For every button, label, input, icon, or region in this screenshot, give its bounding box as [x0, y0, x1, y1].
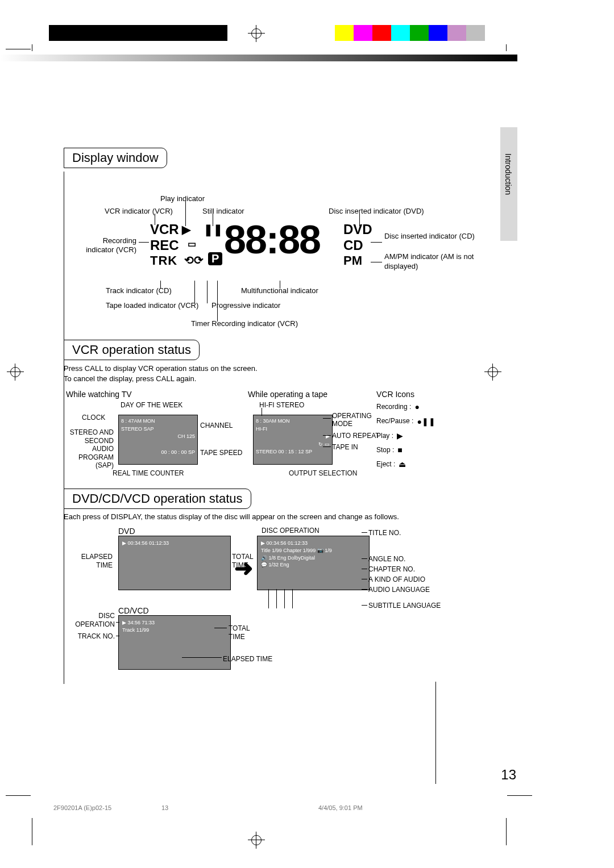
osd-tape-l3: ▶: [256, 433, 330, 441]
footer-docid: 2F90201A (E)p02-15: [53, 804, 111, 811]
label-subtitle-lang: SUBTITLE LANGUAGE: [368, 602, 441, 610]
footer-page: 13: [161, 804, 168, 811]
crop-tick: [506, 44, 507, 51]
label-tape-in: TAPE IN: [332, 443, 358, 451]
display-core: VCR ▶ ❚❚ REC ▭ TRK ⟲⟳ P 88:88 DVD CD PM: [201, 223, 429, 274]
col-title-operating-tape: While operating a tape: [248, 390, 327, 399]
rec-pause-icon: ●❚❚: [417, 415, 435, 429]
disp-p: P: [208, 252, 222, 265]
color-swatch: [391, 25, 410, 41]
vcr-icons-list: Recording :● Rec/Pause :●❚❚ Play :▶ Stop…: [376, 400, 435, 471]
disp-trk: TRK: [150, 253, 177, 268]
label-hifi: HI-FI STEREO: [259, 401, 304, 409]
tape-icon: ⟲⟳: [184, 253, 204, 267]
osd-dvd2-l4: 💬 1/32 Eng: [261, 561, 366, 569]
osd-tape-l2: HI-FI: [256, 425, 330, 433]
section-title-dvd: DVD/CD/VCD operation status: [64, 489, 251, 509]
crop-tick: [507, 795, 532, 796]
label-elapsed-time: ELAPSED TIME: [73, 553, 113, 569]
color-swatch: [410, 25, 429, 41]
disp-digits: 88:88: [224, 217, 320, 262]
label-angle-no: ANGLE NO.: [368, 555, 405, 563]
osd-dvd-1: ▶ 00:34:56 01:12:33: [118, 536, 231, 590]
osd-dvd2-l2: Title 1/99 Chapter 1/999 📷 1/9: [261, 547, 366, 554]
osd-dvd-2: ▶ 00:34:56 01:12:33 Title 1/99 Chapter 1…: [257, 536, 370, 590]
pause-icon: ❚❚: [204, 223, 223, 236]
page-number: 13: [501, 767, 516, 783]
play-icon: ▶: [397, 429, 403, 443]
icon-label-eject: Eject :: [376, 458, 395, 471]
disp-vcr: VCR: [150, 222, 179, 237]
osd-dvd2-l1: ▶ 00:34:56 01:12:33: [261, 540, 366, 547]
record-icon: ●: [414, 400, 419, 414]
section-title-display: Display window: [64, 148, 167, 168]
crop-tick: [506, 818, 507, 845]
label-kind-audio: A KIND OF AUDIO: [368, 575, 425, 583]
label-disc-operation: DISC OPERATION: [262, 527, 320, 535]
registration-mark-top: [248, 25, 265, 42]
osd-tape-l4a: ↻ ▭: [256, 441, 330, 449]
osd-tape-l1: 8 : 30AM MON: [256, 418, 330, 425]
color-swatch: [316, 25, 335, 41]
label-timer-rec: Timer Recording indicator (VCR): [191, 319, 298, 328]
label-channel: CHANNEL: [200, 422, 233, 429]
label-audio-lang: AUDIO LANGUAGE: [368, 586, 430, 594]
disp-rec: REC: [150, 237, 179, 253]
label-elapsed-time-2: ELAPSED TIME: [223, 655, 272, 663]
cassette-icon: ▭: [188, 239, 196, 249]
section-title-vcr: VCR operation status: [64, 340, 200, 360]
label-cdvcd: CD/VCD: [118, 606, 149, 615]
label-vcr-indicator: VCR indicator (VCR): [105, 207, 173, 215]
right-rule: [435, 682, 436, 784]
vcr-diagram: While watching TV While operating a tape…: [64, 390, 499, 481]
color-swatch: [335, 25, 354, 41]
label-tape-loaded: Tape loaded indicator (VCR): [106, 301, 198, 310]
icon-label-play: Play :: [376, 430, 393, 443]
stop-icon: ■: [397, 443, 402, 457]
label-auto-repeat: AUTO REPEAT: [332, 432, 380, 440]
dvd-desc: Each press of DISPLAY, the status displa…: [64, 512, 499, 521]
col-title-vcr-icons: VCR Icons: [376, 390, 414, 399]
dvd-diagram: DVD ELAPSED TIME TOTAL TIME ▶ 00:34:56 0…: [64, 527, 499, 725]
label-disc-dvd: Disc inserted indicator (DVD): [329, 207, 424, 215]
vcr-desc-2: To cancel the display, press CALL again.: [64, 374, 196, 383]
osd-tv-l3: CH 125: [121, 433, 195, 441]
crop-tick: [6, 49, 31, 49]
label-rtcounter: REAL TIME COUNTER: [113, 469, 184, 477]
osd-tape: 8 : 30AM MON HI-FI ▶ ↻ ▭ STEREO 00 : 15 …: [253, 415, 333, 465]
label-track-cd: Track indicator (CD): [106, 286, 172, 295]
col-title-watching-tv: While watching TV: [66, 390, 132, 399]
label-day-of-week: DAY OF THE WEEK: [121, 401, 182, 409]
label-dvd: DVD: [118, 527, 135, 536]
osd-cd-l1: ▶ 34:56 71:33: [122, 619, 227, 627]
label-total-time-2: TOTAL TIME: [229, 624, 263, 641]
label-tape-speed: TAPE SPEED: [200, 449, 242, 457]
color-swatches: [316, 25, 485, 41]
color-swatch: [429, 25, 447, 41]
label-still-indicator: Still indicator: [202, 207, 244, 215]
label-recording: Recording indicator (VCR): [74, 236, 136, 254]
osd-tv: 8 : 47AM MON STEREO SAP CH 125 00 : 00 :…: [118, 415, 198, 465]
crop-tick: [32, 818, 32, 845]
registration-mark-left: [7, 364, 24, 381]
osd-cd-l2: Track 11/99: [122, 627, 227, 634]
color-swatch: [372, 25, 391, 41]
label-play-indicator: Play indicator: [160, 194, 205, 203]
label-disc-operation-left: DISC OPERATION: [64, 612, 115, 628]
label-output-selection: OUTPUT SELECTION: [289, 469, 357, 477]
label-operating-mode: OPERATING MODE: [332, 412, 377, 427]
osd-dvd1-l1: ▶ 00:34:56 01:12:33: [122, 540, 227, 547]
icon-label-recording: Recording :: [376, 401, 411, 414]
osd-cd: ▶ 34:56 71:33 Track 11/99: [118, 615, 231, 670]
label-title-no: TITLE NO.: [368, 529, 401, 537]
footer-date: 4/4/05, 9:01 PM: [318, 804, 363, 811]
arrow-right-icon: ➜: [234, 555, 254, 581]
label-clock: CLOCK: [82, 414, 105, 422]
osd-tv-l2: STEREO SAP: [121, 425, 195, 433]
label-stereo-sap: STEREO AND SECOND AUDIO PROGRAM (SAP): [63, 428, 114, 469]
side-tab-label: Introduction: [504, 153, 513, 195]
crop-tick: [32, 44, 32, 51]
registration-mark-bottom: [248, 832, 265, 849]
disp-pm: PM: [343, 253, 362, 268]
disp-cd: CD: [343, 237, 363, 253]
